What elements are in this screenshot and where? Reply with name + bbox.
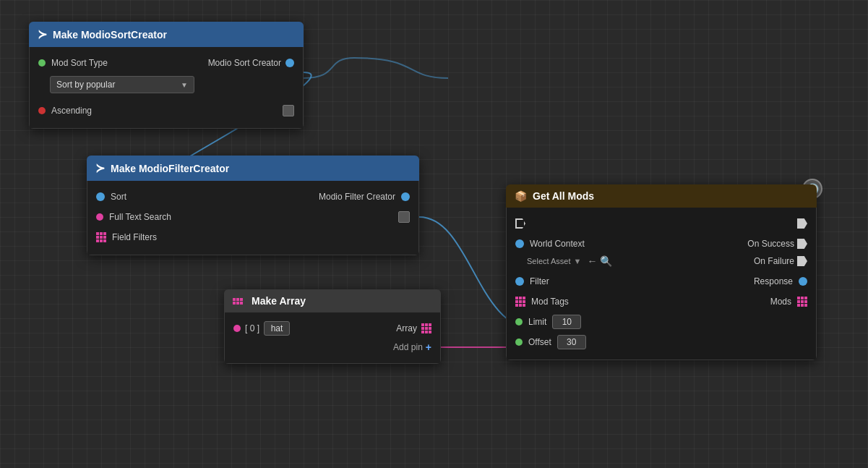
filter-pin: [515, 277, 524, 286]
node-get-all-mods: 📦 Get All Mods World Context On Success: [506, 184, 817, 360]
make-array-item-0-input[interactable]: hat: [264, 321, 290, 336]
get-all-mods-body: World Context On Success Select Asset ▼ …: [506, 208, 817, 360]
filter-sort-label: Sort: [111, 192, 126, 202]
sort-type-dropdown-row: Sort by popular ▼: [30, 73, 303, 96]
world-context-row: World Context On Success: [507, 234, 816, 254]
add-pin-row[interactable]: Add pin +: [225, 339, 440, 356]
mod-sort-type-row: Mod Sort Type Modio Sort Creator: [30, 53, 303, 73]
response-label: Response: [754, 276, 793, 286]
filter-row: Filter Response: [507, 271, 816, 292]
modio-sort-creator-output-label: Modio Sort Creator: [208, 58, 281, 68]
offset-pin: [515, 339, 523, 346]
select-asset-arrow-icon: ←: [587, 255, 597, 267]
modio-filter-creator-output-label: Modio Filter Creator: [319, 192, 395, 202]
sort-type-dropdown[interactable]: Sort by popular ▼: [50, 76, 194, 93]
on-failure-pin: [797, 256, 807, 266]
make-array-title: Make Array: [252, 295, 306, 307]
node-make-modio-sort-creator: ≻ Make ModioSortCreator Mod Sort Type Mo…: [29, 22, 304, 129]
sort-creator-header: ≻ Make ModioSortCreator: [29, 22, 304, 47]
sort-creator-title: Make ModioSortCreator: [53, 29, 167, 41]
full-text-search-label: Full Text Search: [109, 212, 171, 222]
sort-creator-header-icon: ≻: [38, 27, 47, 41]
select-asset-dropdown-icon: ▼: [574, 257, 582, 265]
make-array-header-icon: [233, 298, 243, 305]
field-filters-label: Field Filters: [112, 232, 157, 242]
get-all-mods-header: 📦 Get All Mods: [506, 184, 817, 208]
offset-input[interactable]: 30: [557, 335, 586, 349]
limit-value: 10: [562, 317, 572, 327]
node-get-all-mods-wrapper: 🕐 📦 Get All Mods World Context On Succes…: [506, 184, 817, 360]
filter-creator-body: Sort Modio Filter Creator Full Text Sear…: [87, 181, 419, 255]
on-failure-label: On Failure: [754, 256, 794, 266]
on-success-label: On Success: [747, 239, 794, 249]
full-text-search-checkbox-right: [398, 211, 410, 223]
mod-sort-type-pin: [38, 59, 46, 67]
response-row: Response: [754, 276, 807, 286]
ascending-checkbox[interactable]: [283, 105, 294, 116]
make-array-item-0-value: hat: [271, 323, 283, 333]
limit-label: Limit: [528, 317, 546, 327]
mod-sort-type-label: Mod Sort Type: [51, 58, 108, 68]
select-asset-label[interactable]: Select Asset: [527, 257, 571, 265]
add-pin-plus-icon: +: [426, 341, 431, 353]
make-array-output-label: Array: [396, 323, 417, 333]
exec-input-pin: [515, 218, 525, 229]
on-success-row: On Success: [747, 239, 807, 249]
sort-creator-output-row: Modio Sort Creator: [208, 58, 294, 68]
sort-type-dropdown-value: Sort by popular: [56, 80, 115, 90]
make-array-index-0-label: [ 0 ]: [245, 323, 259, 333]
field-filters-row: Field Filters: [87, 227, 418, 247]
make-array-item-0-row: [ 0 ] hat Array: [225, 318, 440, 339]
full-text-search-checkbox[interactable]: [398, 211, 410, 223]
filter-sort-pin: [96, 192, 105, 201]
select-asset-row: Select Asset ▼ ← 🔍 On Failure: [507, 254, 816, 271]
world-context-pin: [515, 239, 524, 248]
select-asset-search-icon: 🔍: [600, 255, 612, 267]
modio-filter-creator-output-pin: [401, 192, 410, 201]
dropdown-arrow-icon: ▼: [181, 81, 188, 89]
response-pin: [799, 277, 807, 286]
exec-output-pin: [797, 218, 807, 229]
get-all-mods-header-icon: 📦: [515, 190, 527, 202]
offset-label: Offset: [528, 337, 551, 347]
mod-tags-label: Mod Tags: [531, 297, 569, 307]
full-text-search-pin: [96, 213, 103, 221]
add-pin-label: Add pin: [393, 342, 423, 352]
make-array-item-0-pin: [233, 325, 241, 332]
exec-row: [507, 213, 816, 234]
field-filters-pin-icon: [96, 232, 106, 242]
modio-sort-creator-output-pin: [285, 59, 294, 67]
ascending-label: Ascending: [51, 106, 92, 116]
limit-input[interactable]: 10: [552, 315, 581, 329]
on-failure-row: On Failure: [754, 256, 807, 266]
on-success-pin: [797, 239, 807, 249]
mod-tags-row: Mod Tags Mods: [507, 292, 816, 312]
sort-creator-body: Mod Sort Type Modio Sort Creator Sort by…: [29, 47, 304, 129]
world-context-label: World Context: [530, 239, 585, 249]
make-array-output-pin: [421, 323, 431, 333]
ascending-row: Ascending: [30, 101, 303, 121]
get-all-mods-title: Get All Mods: [533, 190, 594, 202]
filter-creator-header: ≻ Make ModioFilterCreator: [87, 156, 419, 181]
make-array-body: [ 0 ] hat Array Add pin +: [224, 312, 441, 364]
node-make-array: Make Array [ 0 ] hat Array Add: [224, 289, 441, 364]
offset-row: Offset 30: [507, 332, 816, 352]
mods-label: Mods: [770, 297, 791, 307]
limit-row: Limit 10: [507, 312, 816, 332]
mod-tags-input-pin: [515, 297, 525, 307]
ascending-pin: [38, 107, 46, 114]
mods-output-pin: [797, 297, 807, 307]
node-make-modio-filter-creator: ≻ Make ModioFilterCreator Sort Modio Fil…: [87, 156, 419, 255]
limit-pin: [515, 318, 523, 326]
offset-value: 30: [567, 337, 576, 347]
mods-row: Mods: [770, 297, 807, 307]
filter-creator-title: Make ModioFilterCreator: [111, 163, 229, 174]
filter-creator-header-icon: ≻: [95, 161, 105, 175]
make-array-header: Make Array: [224, 289, 441, 312]
filter-sort-row: Sort Modio Filter Creator: [87, 187, 418, 207]
ascending-checkbox-right: [283, 105, 294, 116]
full-text-search-row: Full Text Search: [87, 207, 418, 227]
filter-label: Filter: [530, 276, 549, 286]
